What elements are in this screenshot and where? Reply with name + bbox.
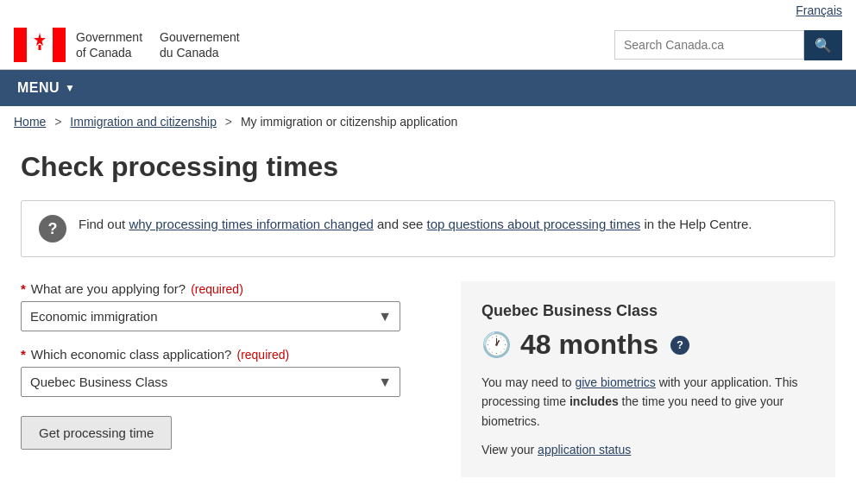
nav-bar: MENU ▼ xyxy=(0,70,856,106)
field2-label-text: Which economic class application? xyxy=(31,347,232,362)
gov-name-fr: Gouvernement du Canada xyxy=(160,29,240,60)
field1-label-text: What are you applying for? xyxy=(31,281,186,296)
field2-select[interactable]: Quebec Business Class Federal Skilled Wo… xyxy=(21,367,400,397)
search-icon: 🔍 xyxy=(815,38,832,53)
info-link-why[interactable]: why processing times information changed xyxy=(129,217,373,231)
breadcrumb-separator-2: > xyxy=(225,115,232,129)
field1-select-wrapper: Economic immigration Permanent residence… xyxy=(21,301,400,331)
search-button[interactable]: 🔍 xyxy=(804,30,842,60)
menu-label: MENU xyxy=(17,80,60,96)
svg-rect-2 xyxy=(53,28,66,62)
gov-name-en: Government of Canada xyxy=(76,29,142,60)
field1-required-text: (required) xyxy=(191,282,243,296)
search-area: 🔍 xyxy=(614,30,842,60)
page-title: Check processing times xyxy=(21,151,835,183)
clock-icon: 🕐 xyxy=(482,331,512,359)
info-text-before: Find out xyxy=(79,217,129,231)
result-time: 🕐 48 months ? xyxy=(482,329,815,361)
breadcrumb-current: My immigration or citizenship applicatio… xyxy=(241,115,457,129)
info-box: ? Find out why processing times informat… xyxy=(21,200,835,257)
canada-flag xyxy=(14,28,66,62)
language-toggle[interactable]: Français xyxy=(796,3,842,17)
form-result-area: * What are you applying for? (required) … xyxy=(21,281,835,477)
gov-names: Government of Canada Gouvernement du Can… xyxy=(76,29,240,60)
result-biometrics-link[interactable]: give biometrics xyxy=(575,375,655,389)
result-desc-before: You may need to xyxy=(482,375,575,389)
breadcrumb-home[interactable]: Home xyxy=(14,115,46,129)
svg-rect-0 xyxy=(14,28,27,62)
field1-label: * What are you applying for? (required) xyxy=(21,281,444,296)
menu-button[interactable]: MENU ▼ xyxy=(0,70,93,106)
result-status: View your application status xyxy=(482,443,815,457)
time-value: 48 months xyxy=(520,329,658,361)
help-icon[interactable]: ? xyxy=(670,336,689,355)
form-group-2: * Which economic class application? (req… xyxy=(21,347,444,397)
result-status-link[interactable]: application status xyxy=(538,443,631,457)
site-header: Government of Canada Gouvernement du Can… xyxy=(0,21,856,70)
info-text: Find out why processing times informatio… xyxy=(79,215,752,235)
breadcrumb-immigration[interactable]: Immigration and citizenship xyxy=(70,115,217,129)
info-text-after: in the Help Centre. xyxy=(640,217,752,231)
breadcrumb-separator-1: > xyxy=(54,115,61,129)
field2-label: * Which economic class application? (req… xyxy=(21,347,444,362)
chevron-down-icon: ▼ xyxy=(65,82,75,94)
info-link-questions[interactable]: top questions about processing times xyxy=(427,217,641,231)
breadcrumb: Home > Immigration and citizenship > My … xyxy=(0,106,856,137)
field2-required-text: (required) xyxy=(236,348,289,362)
form-section: * What are you applying for? (required) … xyxy=(21,281,444,450)
result-desc-bold: includes xyxy=(570,394,619,408)
get-processing-time-button[interactable]: Get processing time xyxy=(21,416,172,450)
top-bar: Français xyxy=(0,0,856,21)
svg-rect-4 xyxy=(39,45,41,50)
field1-select[interactable]: Economic immigration Permanent residence… xyxy=(21,301,400,331)
required-star-1: * xyxy=(21,281,26,296)
result-title: Quebec Business Class xyxy=(482,302,815,320)
result-panel: Quebec Business Class 🕐 48 months ? You … xyxy=(461,281,835,477)
search-input[interactable] xyxy=(614,30,804,60)
info-text-between: and see xyxy=(374,217,427,231)
main-content: Check processing times ? Find out why pr… xyxy=(0,137,856,491)
form-group-1: * What are you applying for? (required) … xyxy=(21,281,444,331)
field2-select-wrapper: Quebec Business Class Federal Skilled Wo… xyxy=(21,367,400,397)
logo-area: Government of Canada Gouvernement du Can… xyxy=(14,28,240,62)
required-star-2: * xyxy=(21,347,26,362)
info-icon: ? xyxy=(39,215,66,243)
result-description: You may need to give biometrics with you… xyxy=(482,373,815,431)
result-status-before: View your xyxy=(482,443,538,457)
